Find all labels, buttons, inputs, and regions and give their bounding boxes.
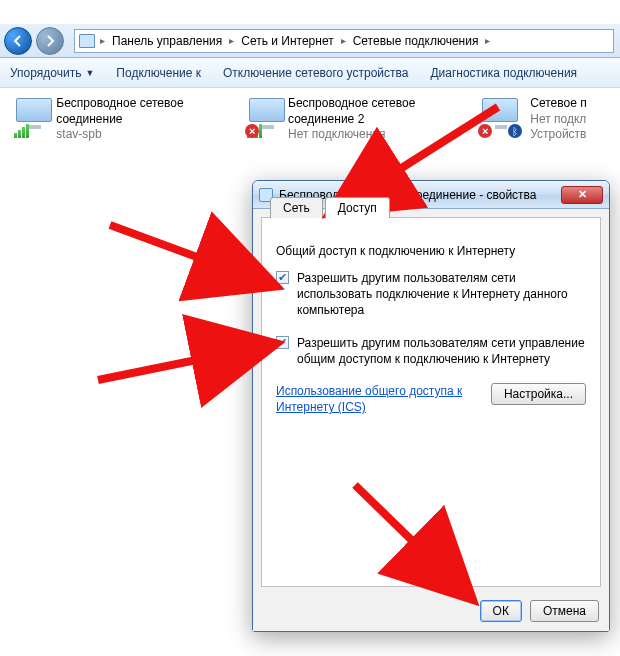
diagnose-button[interactable]: Диагностика подключения <box>430 66 577 80</box>
disable-device-button[interactable]: Отключение сетевого устройства <box>223 66 408 80</box>
connection-status-line2: Нет подкл <box>530 112 586 128</box>
svg-line-2 <box>98 345 270 380</box>
organize-menu[interactable]: Упорядочить ▼ <box>10 66 94 80</box>
arrow-left-icon <box>12 35 24 47</box>
chevron-right-icon: ▸ <box>340 35 347 46</box>
sharing-panel: Общий доступ к подключению к Интернету ✔… <box>262 218 600 586</box>
network-adapter-icon <box>14 96 48 136</box>
ics-help-link[interactable]: Использование общего доступа к Интернету… <box>276 383 466 415</box>
close-button[interactable]: ✕ <box>561 186 603 204</box>
explorer-navbar: ▸ Панель управления ▸ Сеть и Интернет ▸ … <box>0 24 620 58</box>
ok-button[interactable]: ОК <box>480 600 522 622</box>
chevron-right-icon: ▸ <box>484 35 491 46</box>
nav-forward-button[interactable] <box>36 27 64 55</box>
svg-line-1 <box>110 225 270 284</box>
connection-text: Беспроводное сетевое соединение 2 Нет по… <box>288 96 450 160</box>
connection-item[interactable]: × ᛒ Сетевое п Нет подкл Устройств <box>480 96 606 160</box>
tab-sharing[interactable]: Доступ <box>325 197 390 218</box>
allow-control-row: ✔ Разрешить другим пользователям сети уп… <box>276 335 586 367</box>
arrow-right-icon <box>44 35 56 47</box>
chevron-right-icon: ▸ <box>228 35 235 46</box>
connection-status: Устройств <box>530 127 586 143</box>
allow-sharing-row: ✔ Разрешить другим пользователям сети ис… <box>276 270 586 319</box>
breadcrumb-item[interactable]: Панель управления <box>106 30 228 52</box>
disconnected-icon: × <box>478 124 492 138</box>
dialog-footer: ОК Отмена <box>253 591 609 631</box>
bluetooth-icon: ᛒ <box>508 124 522 138</box>
breadcrumb-item[interactable]: Сеть и Интернет <box>235 30 339 52</box>
connection-status: Нет подключения <box>288 127 450 143</box>
connection-name: Беспроводное сетевое соединение <box>56 96 217 127</box>
allow-sharing-checkbox[interactable]: ✔ <box>276 271 289 284</box>
checkbox-label: Разрешить другим пользователям сети упра… <box>297 335 586 367</box>
connection-name: Сетевое п <box>530 96 586 112</box>
nav-back-button[interactable] <box>4 27 32 55</box>
network-adapter-icon: × ᛒ <box>480 96 522 136</box>
section-heading: Общий доступ к подключению к Интернету <box>276 244 586 258</box>
connection-item[interactable]: × Беспроводное сетевое соединение 2 Нет … <box>247 96 450 160</box>
chevron-down-icon: ▼ <box>85 68 94 78</box>
connection-item[interactable]: Беспроводное сетевое соединение stav-spb <box>14 96 217 160</box>
settings-button[interactable]: Настройка... <box>491 383 586 405</box>
dialog-body: Сеть Доступ Общий доступ к подключению к… <box>261 217 601 587</box>
checkbox-label: Разрешить другим пользователям сети испо… <box>297 270 586 319</box>
properties-dialog: Беспроводное сетевое соединение - свойст… <box>252 180 610 632</box>
connection-text: Беспроводное сетевое соединение stav-spb <box>56 96 217 160</box>
connection-status: stav-spb <box>56 127 217 143</box>
wifi-signal-icon <box>14 124 29 138</box>
ics-row: Использование общего доступа к Интернету… <box>276 383 586 415</box>
chevron-right-icon: ▸ <box>99 35 106 46</box>
close-icon: ✕ <box>578 188 587 201</box>
menu-label: Отключение сетевого устройства <box>223 66 408 80</box>
location-icon <box>79 34 95 48</box>
address-bar[interactable]: ▸ Панель управления ▸ Сеть и Интернет ▸ … <box>74 29 614 53</box>
menu-label: Диагностика подключения <box>430 66 577 80</box>
connections-list: Беспроводное сетевое соединение stav-spb… <box>0 88 620 168</box>
cancel-button[interactable]: Отмена <box>530 600 599 622</box>
connection-text: Сетевое п Нет подкл Устройств <box>530 96 586 160</box>
connect-to-button[interactable]: Подключение к <box>116 66 201 80</box>
command-bar: Упорядочить ▼ Подключение к Отключение с… <box>0 58 620 88</box>
network-adapter-icon: × <box>247 96 280 136</box>
network-connections-window: ▸ Панель управления ▸ Сеть и Интернет ▸ … <box>0 0 620 656</box>
breadcrumb-item[interactable]: Сетевые подключения <box>347 30 485 52</box>
allow-control-checkbox[interactable]: ✔ <box>276 336 289 349</box>
connection-name: Беспроводное сетевое соединение 2 <box>288 96 450 127</box>
menu-label: Подключение к <box>116 66 201 80</box>
tab-network[interactable]: Сеть <box>270 197 323 218</box>
menu-label: Упорядочить <box>10 66 81 80</box>
